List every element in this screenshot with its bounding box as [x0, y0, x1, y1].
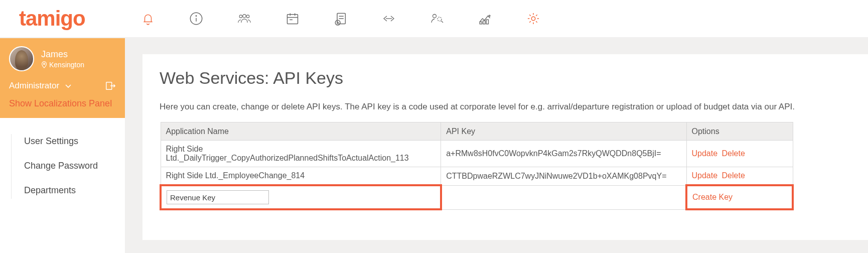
- th-options: Options: [686, 122, 793, 141]
- avatar: [9, 46, 34, 71]
- api-keys-table: Application Name API Key Options Right S…: [160, 122, 794, 210]
- sidebar-item-user-settings[interactable]: User Settings: [0, 129, 125, 154]
- table-row: Right Side Ltd._EmployeeChange_814 CTTBD…: [161, 167, 793, 186]
- sidebar-menu: User Settings Change Password Department…: [0, 118, 125, 214]
- clipboard-clock-icon[interactable]: [333, 11, 348, 26]
- swap-arrows-icon[interactable]: [381, 11, 396, 26]
- svg-point-5: [246, 15, 249, 18]
- th-api-key: API Key: [441, 122, 686, 141]
- info-icon[interactable]: [189, 11, 204, 26]
- table-row-new: Create Key: [161, 185, 793, 209]
- sidebar-item-change-password[interactable]: Change Password: [0, 154, 125, 178]
- profile-name: James: [41, 49, 84, 60]
- update-link[interactable]: Update: [692, 171, 718, 180]
- svg-rect-6: [287, 15, 298, 24]
- svg-point-25: [531, 17, 535, 20]
- svg-point-26: [44, 63, 45, 64]
- svg-point-3: [239, 15, 242, 18]
- svg-rect-23: [486, 20, 488, 24]
- table-row: Right Side Ltd._DailyTrigger_CopyAuthori…: [161, 141, 793, 167]
- cell-options: Update Delete: [686, 167, 793, 186]
- cell-api-key: CTTBDpwaeRZWLC7wyJNiNwuwe2VD1b+oXAMKg08P…: [441, 167, 686, 186]
- cell-app-name: Right Side Ltd._EmployeeChange_814: [161, 167, 441, 186]
- cell-app-name: Right Side Ltd._DailyTrigger_CopyAuthori…: [161, 141, 441, 167]
- sidebar-item-departments[interactable]: Departments: [0, 178, 125, 203]
- sidebar-header: James Kensington Administrator Show Loca…: [0, 38, 125, 118]
- brand-logo[interactable]: tamigo: [19, 7, 85, 31]
- cell-create: Create Key: [686, 185, 793, 209]
- chevron-down-icon: [64, 82, 72, 90]
- svg-point-18: [432, 15, 436, 18]
- svg-rect-22: [483, 21, 485, 24]
- svg-point-19: [438, 17, 442, 21]
- application-name-input[interactable]: [167, 190, 269, 204]
- profile-location: Kensington: [41, 61, 84, 69]
- delete-link[interactable]: Delete: [722, 149, 745, 158]
- cell-api-key: a+RMw8sH0fvC0WopvknP4kGam2s7RkyQWQDDn8Q5…: [441, 141, 686, 167]
- role-switcher[interactable]: Administrator: [9, 80, 116, 91]
- top-nav: tamigo: [0, 0, 868, 38]
- svg-point-24: [489, 15, 490, 17]
- cell-new-name: [161, 185, 441, 209]
- people-icon[interactable]: [237, 11, 252, 26]
- show-localizations-link[interactable]: Show Localizations Panel: [9, 98, 116, 109]
- svg-point-4: [243, 15, 246, 18]
- th-application-name: Application Name: [161, 122, 441, 141]
- page-intro: Here you can create, change or delete AP…: [160, 102, 851, 112]
- create-key-button[interactable]: Create Key: [692, 193, 733, 201]
- update-link[interactable]: Update: [692, 149, 718, 158]
- svg-point-2: [196, 16, 196, 16]
- gear-icon[interactable]: [526, 11, 541, 26]
- delete-link[interactable]: Delete: [722, 171, 745, 180]
- person-search-icon[interactable]: [429, 11, 445, 26]
- cell-options: Update Delete: [686, 141, 793, 167]
- svg-line-20: [441, 21, 443, 23]
- svg-rect-21: [480, 22, 482, 24]
- sidebar: James Kensington Administrator Show Loca…: [0, 38, 125, 253]
- nav-icons: [140, 11, 541, 26]
- profile-block[interactable]: James Kensington: [9, 46, 116, 71]
- cell-new-key: [441, 185, 686, 209]
- bell-icon[interactable]: [140, 11, 156, 26]
- analytics-icon[interactable]: [478, 11, 493, 26]
- content-panel: Web Services: API Keys Here you can crea…: [142, 54, 868, 240]
- page-title: Web Services: API Keys: [160, 68, 851, 88]
- main-area: Web Services: API Keys Here you can crea…: [125, 38, 868, 253]
- role-label: Administrator: [9, 81, 59, 91]
- calendar-icon[interactable]: [285, 11, 300, 26]
- logout-icon[interactable]: [105, 80, 116, 91]
